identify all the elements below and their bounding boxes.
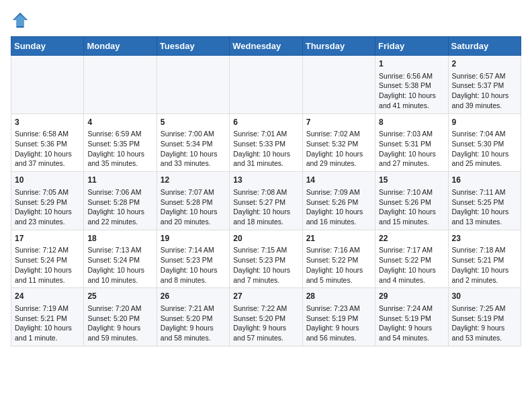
day-info: Sunrise: 7:24 AM	[379, 304, 444, 314]
day-info: Daylight: 10 hours and 41 minutes.	[379, 91, 444, 110]
calendar-header-friday: Friday	[375, 37, 448, 56]
day-info: Sunrise: 7:20 AM	[87, 304, 152, 314]
day-number: 20	[233, 233, 298, 244]
calendar-header-sunday: Sunday	[11, 37, 84, 56]
day-info: Sunrise: 6:57 AM	[452, 71, 517, 81]
calendar-cell: 12Sunrise: 7:07 AMSunset: 5:28 PMDayligh…	[157, 172, 229, 230]
calendar-cell: 11Sunrise: 7:06 AMSunset: 5:28 PMDayligh…	[84, 172, 157, 230]
day-info: Daylight: 10 hours and 7 minutes.	[233, 265, 298, 285]
calendar-week-5: 24Sunrise: 7:19 AMSunset: 5:21 PMDayligh…	[11, 288, 521, 347]
calendar-cell: 20Sunrise: 7:15 AMSunset: 5:23 PMDayligh…	[230, 230, 302, 288]
day-info: Daylight: 10 hours and 22 minutes.	[87, 207, 152, 226]
day-info: Sunrise: 7:23 AM	[306, 304, 371, 314]
calendar-cell: 6Sunrise: 7:01 AMSunset: 5:33 PMDaylight…	[230, 113, 302, 172]
day-info: Sunset: 5:26 PM	[379, 197, 444, 208]
day-info: Sunrise: 7:00 AM	[161, 129, 226, 139]
day-info: Sunrise: 7:21 AM	[161, 304, 226, 314]
day-info: Sunset: 5:31 PM	[379, 139, 444, 149]
day-info: Sunrise: 7:06 AM	[87, 187, 152, 197]
day-info: Sunrise: 6:58 AM	[15, 129, 80, 139]
calendar-cell: 14Sunrise: 7:09 AMSunset: 5:26 PMDayligh…	[302, 172, 375, 230]
day-info: Sunrise: 7:04 AM	[452, 129, 517, 139]
day-info: Daylight: 10 hours and 16 minutes.	[306, 207, 371, 226]
calendar-cell	[157, 56, 229, 114]
calendar-cell: 27Sunrise: 7:22 AMSunset: 5:20 PMDayligh…	[230, 288, 302, 347]
day-info: Sunrise: 7:07 AM	[161, 187, 226, 197]
calendar-cell	[84, 56, 157, 114]
calendar-week-2: 3Sunrise: 6:58 AMSunset: 5:36 PMDaylight…	[11, 113, 521, 172]
calendar-cell	[230, 56, 302, 114]
day-info: Sunrise: 7:01 AM	[233, 129, 298, 139]
day-info: Sunrise: 7:03 AM	[379, 129, 444, 139]
day-info: Sunrise: 7:10 AM	[379, 187, 444, 197]
page-header	[11, 11, 521, 30]
day-info: Daylight: 10 hours and 25 minutes.	[452, 149, 517, 169]
day-number: 27	[233, 291, 298, 302]
day-info: Daylight: 10 hours and 33 minutes.	[161, 149, 226, 169]
day-info: Daylight: 10 hours and 37 minutes.	[15, 149, 80, 169]
day-info: Daylight: 9 hours and 53 minutes.	[452, 323, 517, 342]
day-info: Sunset: 5:27 PM	[233, 197, 298, 208]
calendar-cell: 25Sunrise: 7:20 AMSunset: 5:20 PMDayligh…	[84, 288, 157, 347]
day-number: 12	[161, 175, 226, 186]
day-info: Sunrise: 6:56 AM	[379, 71, 444, 81]
day-info: Sunset: 5:24 PM	[87, 255, 152, 265]
day-info: Daylight: 10 hours and 20 minutes.	[161, 207, 226, 226]
day-info: Sunset: 5:37 PM	[452, 81, 517, 91]
calendar-cell: 26Sunrise: 7:21 AMSunset: 5:20 PMDayligh…	[157, 288, 229, 347]
svg-marker-1	[13, 15, 27, 26]
day-number: 10	[15, 175, 80, 186]
calendar-cell: 15Sunrise: 7:10 AMSunset: 5:26 PMDayligh…	[375, 172, 448, 230]
day-info: Daylight: 10 hours and 2 minutes.	[452, 265, 517, 285]
calendar-cell: 5Sunrise: 7:00 AMSunset: 5:34 PMDaylight…	[157, 113, 229, 172]
day-info: Daylight: 10 hours and 27 minutes.	[379, 149, 444, 169]
day-info: Sunset: 5:19 PM	[306, 314, 371, 324]
calendar-header-monday: Monday	[84, 37, 157, 56]
calendar-cell: 17Sunrise: 7:12 AMSunset: 5:24 PMDayligh…	[11, 230, 84, 288]
day-number: 8	[379, 117, 444, 128]
day-number: 1	[379, 58, 444, 70]
day-info: Daylight: 10 hours and 10 minutes.	[87, 265, 152, 285]
day-info: Sunrise: 7:13 AM	[87, 245, 152, 255]
day-info: Sunset: 5:25 PM	[452, 197, 517, 208]
day-info: Sunset: 5:19 PM	[379, 314, 444, 324]
day-number: 15	[379, 175, 444, 186]
logo-icon	[11, 11, 30, 30]
calendar-cell: 3Sunrise: 6:58 AMSunset: 5:36 PMDaylight…	[11, 113, 84, 172]
day-number: 18	[87, 233, 152, 244]
day-info: Sunrise: 7:17 AM	[379, 245, 444, 255]
calendar-cell: 10Sunrise: 7:05 AMSunset: 5:29 PMDayligh…	[11, 172, 84, 230]
day-number: 24	[15, 291, 80, 302]
day-number: 2	[452, 58, 517, 70]
day-number: 26	[161, 291, 226, 302]
day-number: 28	[306, 291, 371, 302]
day-number: 16	[452, 175, 517, 186]
day-info: Sunrise: 7:09 AM	[306, 187, 371, 197]
day-info: Daylight: 10 hours and 39 minutes.	[452, 91, 517, 110]
day-number: 22	[379, 233, 444, 244]
day-number: 9	[452, 117, 517, 128]
day-number: 17	[15, 233, 80, 244]
day-info: Sunset: 5:24 PM	[15, 255, 80, 265]
day-info: Daylight: 10 hours and 18 minutes.	[233, 207, 298, 226]
day-number: 21	[306, 233, 371, 244]
day-number: 4	[87, 117, 152, 128]
day-info: Sunrise: 7:11 AM	[452, 187, 517, 197]
calendar-cell: 21Sunrise: 7:16 AMSunset: 5:22 PMDayligh…	[302, 230, 375, 288]
day-info: Daylight: 10 hours and 1 minute.	[15, 323, 80, 342]
day-info: Sunrise: 7:18 AM	[452, 245, 517, 255]
day-number: 13	[233, 175, 298, 186]
day-number: 30	[452, 291, 517, 302]
day-info: Sunrise: 7:16 AM	[306, 245, 371, 255]
day-info: Sunrise: 7:08 AM	[233, 187, 298, 197]
day-info: Sunset: 5:19 PM	[452, 314, 517, 324]
day-info: Sunset: 5:23 PM	[233, 255, 298, 265]
day-info: Daylight: 9 hours and 59 minutes.	[87, 323, 152, 342]
day-info: Sunrise: 7:22 AM	[233, 304, 298, 314]
day-info: Sunset: 5:28 PM	[161, 197, 226, 208]
day-info: Sunrise: 7:19 AM	[15, 304, 80, 314]
day-info: Sunrise: 7:12 AM	[15, 245, 80, 255]
day-info: Sunrise: 7:14 AM	[161, 245, 226, 255]
calendar-cell: 7Sunrise: 7:02 AMSunset: 5:32 PMDaylight…	[302, 113, 375, 172]
calendar-cell: 29Sunrise: 7:24 AMSunset: 5:19 PMDayligh…	[375, 288, 448, 347]
